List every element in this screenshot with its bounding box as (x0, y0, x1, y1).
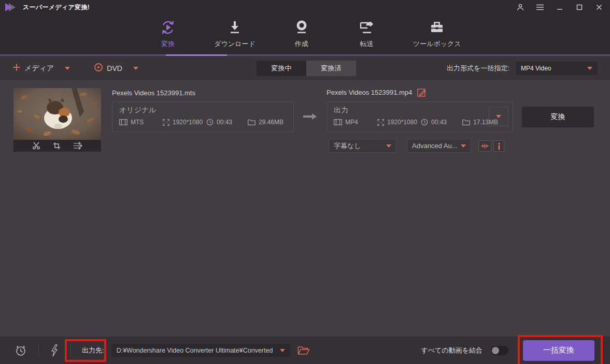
source-info-panel: オリジナル MTS 1920*1080 00:43 29.46MB (112, 101, 294, 132)
thumbnail-toolbar (13, 140, 101, 152)
chevron-down-icon (386, 144, 391, 148)
main-nav: 変換 ダウンロード 作成 (0, 14, 610, 54)
output-format-value: MP4 Video (521, 65, 551, 72)
output-format-zone: 出力形式を一括指定: MP4 Video (447, 62, 598, 75)
chevron-down-icon (587, 67, 592, 70)
batch-convert-button[interactable]: 一括変換 (523, 340, 594, 361)
high-speed-icon[interactable] (50, 344, 59, 357)
disc-icon (293, 19, 310, 36)
output-name-row: Pexels Videos 1523991.mp4 (327, 88, 427, 97)
film-icon (119, 119, 127, 125)
add-media-label: メディア (24, 64, 54, 73)
plus-icon (12, 63, 21, 73)
clock-icon (206, 119, 214, 126)
open-folder-icon[interactable] (297, 346, 310, 355)
add-dvd-button[interactable]: DVD (94, 63, 138, 74)
chevron-down-icon (461, 144, 466, 148)
resolution-icon (163, 119, 169, 126)
video-thumbnail-block (13, 88, 101, 152)
divider (70, 344, 70, 357)
chevron-down-icon (280, 349, 285, 352)
source-duration: 00:43 (206, 119, 248, 126)
output-panel-title: 出力 (334, 106, 513, 115)
add-dvd-label: DVD (107, 64, 122, 72)
close-icon[interactable] (594, 3, 604, 12)
output-settings-dropdown[interactable] (489, 107, 508, 126)
flow-arrow-icon (303, 113, 317, 122)
tab-toolbox[interactable]: ツールボックス (413, 19, 461, 49)
tab-convert-label: 変換 (161, 39, 175, 49)
output-format: MP4 (334, 119, 377, 126)
output-duration: 00:43 (421, 119, 462, 126)
tab-download-label: ダウンロード (214, 39, 256, 49)
output-resolution: 1920*1080 (377, 119, 421, 126)
subtitle-value: 字幕なし (334, 141, 361, 151)
source-resolution: 1920*1080 (163, 119, 206, 126)
audio-select[interactable]: Advanced Au... (407, 139, 471, 153)
output-filename: Pexels Videos 1523991.mp4 (327, 89, 412, 96)
titlebar: スーパーメディア変換! (0, 0, 610, 14)
toggle-knob (492, 347, 499, 354)
tab-create-label: 作成 (295, 39, 308, 49)
source-size: 29.46MB (248, 119, 291, 126)
tab-converting[interactable]: 変換中 (257, 61, 306, 76)
output-format-label: 出力形式を一括指定: (447, 64, 509, 73)
app-brand: スーパーメディア変換! (5, 3, 90, 12)
app-logo-icon (5, 3, 19, 12)
folder-icon (248, 119, 256, 125)
account-icon[interactable] (516, 3, 525, 12)
tab-transfer[interactable]: 転送 (348, 19, 386, 49)
subtitle-select[interactable]: 字幕なし (329, 139, 396, 153)
tab-transfer-label: 転送 (360, 39, 374, 49)
maximize-icon[interactable] (575, 3, 584, 12)
merge-all-label: すべての動画を結合 (421, 346, 483, 355)
merge-all-toggle[interactable] (491, 346, 508, 355)
schedule-icon[interactable] (15, 344, 27, 357)
output-format-select[interactable]: MP4 Video (516, 62, 598, 75)
convert-icon (160, 19, 176, 36)
file-list: Pexels Videos 1523991.mts オリジナル MTS 1920… (0, 80, 610, 337)
status-filter-tabs: 変換中 変換済 (257, 61, 356, 76)
tab-convert[interactable]: 変換 (149, 19, 187, 49)
app-window: スーパーメディア変換! (0, 0, 610, 364)
tab-download[interactable]: ダウンロード (214, 19, 256, 49)
resolution-icon (377, 119, 384, 126)
tab-converted[interactable]: 変換済 (306, 61, 356, 76)
effects-icon[interactable] (73, 142, 82, 150)
video-thumbnail (13, 88, 101, 140)
menu-icon[interactable] (535, 3, 545, 12)
footer-bar: 出力先: D:¥Wondershare Video Converter Ulti… (0, 337, 610, 364)
minimize-icon[interactable] (555, 3, 564, 12)
info-button[interactable] (493, 140, 504, 152)
dvd-disc-icon (94, 63, 103, 74)
info-icon (498, 143, 501, 150)
footer-right: すべての動画を結合 一括変換 (421, 340, 594, 361)
output-path-value: D:¥Wondershare Video Converter Ultimate¥… (117, 347, 273, 354)
tab-create[interactable]: 作成 (282, 19, 321, 49)
add-media-button[interactable]: メディア (12, 63, 70, 73)
trim-icon[interactable] (32, 142, 40, 150)
film-icon (334, 119, 342, 125)
folder-icon (462, 119, 470, 125)
divider (38, 344, 39, 357)
source-panel-title: オリジナル (119, 106, 293, 115)
transfer-icon (359, 19, 375, 36)
convert-button[interactable]: 変換 (522, 107, 594, 127)
toolbox-icon (429, 19, 445, 36)
merge-tracks-button[interactable] (478, 140, 491, 152)
chevron-down-icon (496, 115, 501, 118)
source-format: MTS (119, 119, 163, 126)
tab-toolbox-label: ツールボックス (413, 39, 461, 49)
audio-value: Advanced Au... (412, 142, 457, 150)
output-path-select[interactable]: D:¥Wondershare Video Converter Ultimate¥… (111, 344, 290, 357)
output-info-panel: 出力 MP4 1920*1080 00:43 17.13MB (327, 101, 513, 132)
chevron-down-icon (133, 67, 138, 70)
merge-icon (481, 143, 489, 149)
crop-icon[interactable] (53, 142, 61, 150)
edit-filename-icon[interactable] (417, 88, 427, 97)
window-controls (516, 3, 604, 12)
download-icon (226, 19, 243, 36)
chevron-down-icon (65, 67, 70, 70)
sub-toolbar: メディア DVD 変換中 変換済 出力形式を一括指定: MP4 Video (0, 56, 610, 80)
clock-icon (421, 119, 428, 126)
